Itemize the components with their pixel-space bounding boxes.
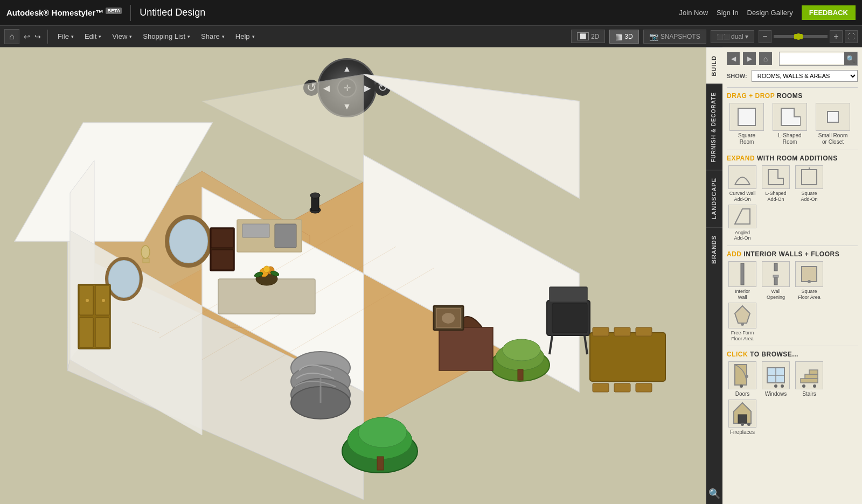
right-panel: BUILD FURNISH & DECORATE LANDSCAPE BRAND… [706,47,862,504]
svg-point-67 [310,193,320,198]
section-header-walls: ADD INTERIOR WALLS + FLOORS [727,250,858,258]
show-select[interactable]: ROOMS, WALLS & AREAS EVERYTHING FLOOR PL… [752,70,858,82]
header-highlight-drag: DRAG + DROP [727,92,775,100]
zoom-in-button[interactable]: + [830,30,843,43]
room-small[interactable]: Small Roomor Closet [813,103,853,145]
redo-button[interactable]: ↪ [32,31,43,42]
view-2d-button[interactable]: ⬜ 2D [571,30,605,43]
snapshots-button[interactable]: 📷 SNAPSHOTS [643,30,706,44]
design-gallery-link[interactable]: Design Gallery [747,9,793,17]
panel-search-button[interactable]: 🔍 [844,52,857,65]
svg-rect-60 [439,327,493,370]
menu-file[interactable]: File ▾ [52,30,79,43]
browse-stairs[interactable]: Stairs [794,361,825,397]
addon-l-shaped[interactable]: L-ShapedAdd-On [760,165,791,202]
square-room-icon [729,103,764,131]
svg-rect-79 [802,170,817,185]
viewport[interactable]: ↺ ▲ ▼ ◀ ▶ ✛ ↻ [0,47,706,504]
menu-shopping-list[interactable]: Shopping List ▾ [137,30,196,43]
tab-build[interactable]: BUILD [706,47,722,84]
svg-rect-38 [518,369,523,380]
svg-rect-104 [738,415,747,423]
svg-rect-22 [79,318,93,347]
svg-point-91 [745,375,748,378]
panel-search-input[interactable] [780,53,844,64]
header-normal-drag: ROOMS [777,92,803,100]
dual-button[interactable]: ⬛⬛ dual ▾ [711,30,754,43]
tab-brands[interactable]: BRANDS [706,227,722,271]
square-addon-icon [795,165,823,189]
room-square[interactable]: SquareRoom [727,103,767,145]
square-addon-label: SquareAdd-On [801,191,817,202]
zoom-out-button[interactable]: − [759,30,771,43]
section-divider-2 [727,150,858,150]
logo-area: Autodesk® Homestyler™ BETA [6,8,122,17]
svg-point-71 [263,266,270,272]
design-title: Untitled Design [140,7,205,18]
svg-rect-52 [593,327,609,336]
join-now-link[interactable]: Join Now [679,9,708,17]
zoom-slider[interactable] [774,35,828,38]
feedback-button[interactable]: FEEDBACK [802,5,856,20]
room-l-shaped[interactable]: L-ShapedRoom [770,103,810,145]
section-header-browse: CLICK TO BROWSE... [727,351,858,358]
top-right-nav: Join Now Sign In Design Gallery FEEDBACK [679,5,856,20]
square-floor-area[interactable]: SquareFloor Area [794,261,825,300]
menu-help[interactable]: Help ▾ [230,30,260,43]
wall-opening[interactable]: WallOpening [760,261,791,300]
fullscreen-button[interactable]: ⛶ [845,30,858,43]
svg-point-92 [740,384,743,388]
interior-wall[interactable]: InteriorWall [727,261,758,300]
browse-windows[interactable]: Windows [760,361,791,397]
tab-furnish-decorate[interactable]: FURNISH & DECORATE [706,84,722,170]
menu-share[interactable]: Share ▾ [196,30,230,43]
svg-point-24 [86,299,89,302]
undo-button[interactable]: ↩ [22,31,32,42]
doors-label: Doors [735,391,750,397]
magnify-icon-button[interactable]: 🔍 [704,484,725,504]
menu-view[interactable]: View ▾ [107,30,137,43]
menu-bar: ⌂ ↩ ↪ File ▾ Edit ▾ View ▾ Shopping List… [0,26,862,47]
sign-in-link[interactable]: Sign In [717,9,738,17]
view-controls: ⬜ 2D ▦ 3D 📷 SNAPSHOTS ⬛⬛ dual ▾ − + ⛶ [571,30,858,44]
svg-rect-99 [805,374,818,379]
addon-square[interactable]: SquareAdd-On [794,165,825,202]
addon-angled[interactable]: AngledAdd-On [727,205,758,242]
view-3d-button[interactable]: ▦ 3D [609,30,638,44]
angled-addon-label: AngledAdd-On [734,230,750,242]
svg-rect-47 [550,287,587,302]
panel-home-button[interactable]: ⌂ [759,52,772,65]
tab-landscape[interactable]: LANDSCAPE [706,170,722,227]
svg-rect-85 [773,275,778,277]
browse-doors[interactable]: Doors [727,361,758,397]
svg-rect-74 [738,108,755,125]
header-highlight-browse: CLICK [727,351,748,358]
svg-marker-81 [735,209,750,224]
freeform-floor-area[interactable]: Free-FormFloor Area [727,303,758,342]
svg-point-25 [102,299,105,302]
svg-rect-44 [275,224,296,248]
svg-point-58 [141,246,150,258]
header-normal-expand: WITH ROOM ADDITIONS [757,155,838,162]
svg-rect-83 [774,263,777,271]
browse-fireplaces[interactable]: Fireplaces [727,400,758,436]
angled-addon-icon [728,205,756,228]
small-room-label: Small Roomor Closet [818,132,847,145]
square-floor-label: SquareFloor Area [798,289,821,300]
svg-rect-100 [809,370,818,374]
svg-rect-51 [590,333,665,381]
svg-rect-57 [636,383,652,392]
home-button[interactable]: ⌂ [4,29,19,44]
freeform-floor-label: Free-FormFloor Area [731,330,754,342]
wall-opening-label: WallOpening [767,289,785,300]
panel-content: ◀ ▶ ⌂ 🔍 SHOW: ROOMS, WALLS & AREAS EVERY… [722,47,862,504]
panel-forward-button[interactable]: ▶ [743,52,756,65]
svg-rect-34 [377,457,384,470]
panel-back-button[interactable]: ◀ [727,52,740,65]
wall-opening-icon [762,261,790,287]
l-shaped-room-label: L-ShapedRoom [778,132,801,145]
menu-edit[interactable]: Edit ▾ [79,30,107,43]
svg-marker-75 [781,108,801,125]
header-normal-walls: INTERIOR WALLS + FLOORS [743,250,839,258]
addon-curved[interactable]: Curved WallAdd-On [727,165,758,202]
